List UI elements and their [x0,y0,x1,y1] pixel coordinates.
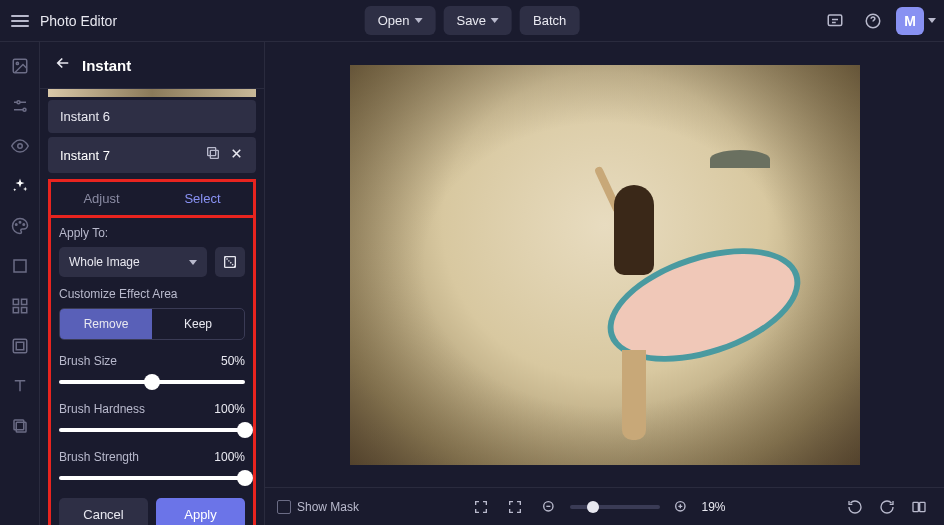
menu-icon[interactable] [8,9,32,33]
canvas-area: Show Mask 19% [265,42,944,525]
svg-point-3 [16,62,18,64]
preset-instant7[interactable]: Instant 7 [48,137,256,173]
adjustments-tool-icon[interactable] [6,92,34,120]
svg-rect-13 [13,308,18,313]
svg-rect-17 [16,422,26,432]
brush-size-value: 50% [221,354,245,368]
compare-icon[interactable] [906,494,932,520]
svg-point-8 [19,222,21,224]
back-arrow-icon[interactable] [54,54,72,76]
text-tool-icon[interactable] [6,372,34,400]
tool-column [0,42,40,525]
effects-tool-icon[interactable] [6,172,34,200]
open-button[interactable]: Open [365,6,436,35]
svg-rect-24 [913,502,918,511]
feedback-icon[interactable] [820,6,850,36]
zoom-in-icon[interactable] [668,494,694,520]
svg-point-5 [23,108,26,111]
brush-hardness-label: Brush Hardness [59,402,145,416]
compare-icon[interactable] [205,145,221,165]
sidebar-title: Instant [82,57,131,74]
fullscreen-icon[interactable] [468,494,494,520]
topbar: Photo Editor Open Save Batch M [0,0,944,42]
user-menu[interactable]: M [896,7,936,35]
svg-rect-16 [16,342,24,350]
invert-mask-button[interactable] [215,247,245,277]
cancel-button[interactable]: Cancel [59,498,148,525]
image-preview [350,65,860,465]
layers-tool-icon[interactable] [6,412,34,440]
svg-rect-15 [13,339,27,353]
keep-seg-button[interactable]: Keep [152,309,244,339]
remove-seg-button[interactable]: Remove [60,309,152,339]
fit-screen-icon[interactable] [502,494,528,520]
brush-size-label: Brush Size [59,354,117,368]
chevron-down-icon [189,260,197,265]
sidebar: Instant Instant 6 Instant 7 Adjust Selec… [40,42,265,525]
app-title: Photo Editor [40,13,117,29]
svg-rect-20 [210,150,218,158]
apply-button[interactable]: Apply [156,498,245,525]
svg-rect-12 [21,299,26,304]
apply-to-label: Apply To: [59,226,245,240]
eye-tool-icon[interactable] [6,132,34,160]
brush-strength-slider[interactable] [59,470,245,486]
close-icon[interactable] [229,146,244,165]
tab-select[interactable]: Select [152,182,253,215]
svg-rect-19 [208,148,216,156]
chevron-down-icon [928,18,936,23]
chevron-down-icon [414,18,422,23]
avatar: M [896,7,924,35]
chevron-down-icon [491,18,499,23]
svg-point-4 [17,101,20,104]
preset-instant6[interactable]: Instant 6 [48,100,256,133]
save-button[interactable]: Save [443,6,512,35]
brush-strength-label: Brush Strength [59,450,139,464]
brush-hardness-value: 100% [214,402,245,416]
image-tool-icon[interactable] [6,52,34,80]
zoom-value: 19% [702,500,734,514]
frame-tool-icon[interactable] [6,332,34,360]
zoom-out-icon[interactable] [536,494,562,520]
preset-label: Instant 7 [60,148,110,163]
svg-point-7 [15,224,17,226]
zoom-slider[interactable] [570,505,660,509]
tab-adjust[interactable]: Adjust [51,182,152,215]
crop-tool-icon[interactable] [6,252,34,280]
svg-point-6 [17,144,22,149]
svg-rect-10 [14,260,26,272]
svg-rect-14 [21,308,26,313]
help-icon[interactable] [858,6,888,36]
select-panel: Apply To: Whole Image Customize Effect A… [48,215,256,525]
svg-rect-18 [14,420,24,430]
redo-icon[interactable] [874,494,900,520]
svg-point-9 [23,224,25,226]
brush-size-slider[interactable] [59,374,245,390]
brush-strength-value: 100% [214,450,245,464]
palette-tool-icon[interactable] [6,212,34,240]
grid-tool-icon[interactable] [6,292,34,320]
customize-label: Customize Effect Area [59,287,245,301]
canvas[interactable] [265,42,944,487]
apply-to-select[interactable]: Whole Image [59,247,207,277]
brush-hardness-slider[interactable] [59,422,245,438]
preset-thumbnail [48,89,256,97]
undo-icon[interactable] [842,494,868,520]
statusbar: Show Mask 19% [265,487,944,525]
svg-rect-11 [13,299,18,304]
svg-rect-21 [225,257,236,268]
svg-rect-25 [920,502,925,511]
batch-button[interactable]: Batch [520,6,579,35]
show-mask-checkbox[interactable]: Show Mask [277,500,359,514]
